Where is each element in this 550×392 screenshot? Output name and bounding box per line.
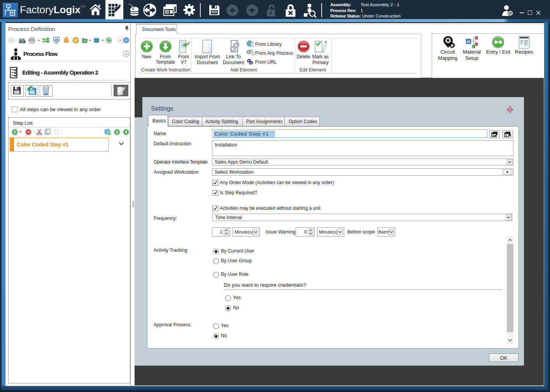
svg-text:M3: M3: [467, 41, 470, 43]
